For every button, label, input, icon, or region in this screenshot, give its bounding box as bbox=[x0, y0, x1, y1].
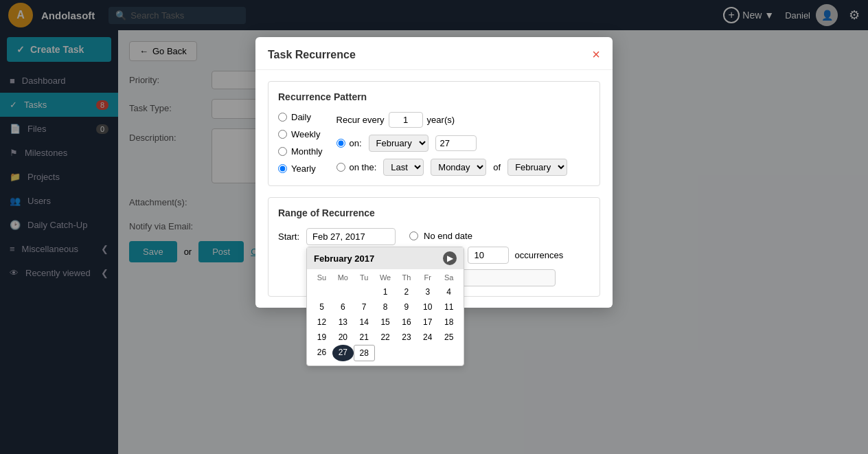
cal-day[interactable]: 2 bbox=[396, 284, 418, 299]
on-month-select[interactable]: February bbox=[369, 135, 429, 152]
cal-day-empty bbox=[417, 345, 438, 361]
cal-day[interactable]: 7 bbox=[354, 299, 375, 315]
daily-radio[interactable] bbox=[278, 113, 287, 122]
cal-day-empty bbox=[396, 345, 418, 361]
cal-day[interactable]: 8 bbox=[375, 299, 396, 315]
cal-day-empty bbox=[375, 345, 396, 361]
cal-day[interactable]: 20 bbox=[332, 330, 354, 345]
cal-day[interactable]: 4 bbox=[438, 284, 459, 299]
cal-day[interactable]: 13 bbox=[332, 315, 354, 330]
task-recurrence-modal: Task Recurrence × Recurrence Pattern Dai… bbox=[255, 37, 613, 308]
recur-every-row: Recur every year(s) bbox=[336, 112, 568, 128]
cal-day[interactable]: 24 bbox=[417, 330, 438, 345]
no-end-radio[interactable] bbox=[409, 231, 418, 240]
of-label: of bbox=[493, 162, 501, 172]
on-the-radio[interactable] bbox=[336, 163, 345, 172]
cal-day-empty bbox=[438, 345, 459, 361]
calendar-header: February 2017 ▶ bbox=[307, 247, 464, 269]
pattern-yearly: Yearly bbox=[278, 163, 323, 174]
start-col: Start: February 2017 ▶ bbox=[278, 228, 396, 252]
cal-day[interactable]: 12 bbox=[311, 315, 332, 330]
cal-day[interactable]: 18 bbox=[438, 315, 459, 330]
pattern-options: Daily Weekly Monthly Yearly bbox=[278, 112, 323, 176]
on-the-label: on the: bbox=[350, 162, 377, 172]
on-label: on: bbox=[350, 138, 362, 148]
start-date-input[interactable] bbox=[306, 228, 396, 245]
cal-day[interactable]: 3 bbox=[417, 284, 438, 299]
recur-every-label: Recur every bbox=[336, 115, 385, 125]
pattern-monthly: Monthly bbox=[278, 146, 323, 157]
on-the-weekday-select[interactable]: Monday bbox=[431, 159, 486, 176]
recurrence-pattern-section: Recurrence Pattern Daily Weekly bbox=[268, 81, 600, 186]
year-label: year(s) bbox=[427, 115, 455, 125]
cal-day[interactable]: 14 bbox=[354, 315, 375, 330]
on-the-ordinal-select[interactable]: Last bbox=[383, 159, 424, 176]
cal-day-empty bbox=[354, 284, 375, 299]
cal-day[interactable]: 16 bbox=[396, 315, 418, 330]
modal-header: Task Recurrence × bbox=[255, 37, 613, 70]
pattern-settings: Recur every year(s) on: February bbox=[336, 112, 568, 176]
modal-overlay: Task Recurrence × Recurrence Pattern Dai… bbox=[0, 0, 868, 454]
calendar-days-header: Su Mo Tu We Th Fr Sa bbox=[311, 273, 459, 282]
pattern-weekly: Weekly bbox=[278, 129, 323, 139]
calendar-days: 1 2 3 4 5 6 7 8 bbox=[311, 284, 459, 361]
cal-day[interactable]: 15 bbox=[375, 315, 396, 330]
recurrence-pattern-title: Recurrence Pattern bbox=[278, 91, 590, 102]
on-radio[interactable] bbox=[336, 139, 345, 148]
range-section: Range of Recurrence Start: February 2017 bbox=[268, 197, 600, 297]
modal-close-button[interactable]: × bbox=[592, 47, 600, 63]
cal-day[interactable]: 25 bbox=[438, 330, 459, 345]
weekly-radio[interactable] bbox=[278, 130, 287, 139]
occurrences-label: occurrences bbox=[514, 250, 563, 260]
cal-day[interactable]: 19 bbox=[311, 330, 332, 345]
cal-day-empty bbox=[332, 284, 354, 299]
cal-day[interactable]: 21 bbox=[354, 330, 375, 345]
cal-day-selected[interactable]: 27 bbox=[332, 345, 354, 361]
calendar-month-year: February 2017 bbox=[314, 253, 374, 264]
recur-every-input[interactable] bbox=[389, 112, 423, 128]
range-title: Range of Recurrence bbox=[278, 207, 590, 218]
end-date-input[interactable] bbox=[459, 269, 556, 286]
cal-day[interactable]: 11 bbox=[438, 299, 459, 315]
cal-day[interactable]: 23 bbox=[396, 330, 418, 345]
monthly-radio[interactable] bbox=[278, 147, 287, 156]
on-day-input[interactable] bbox=[435, 135, 477, 151]
pattern-daily: Daily bbox=[278, 112, 323, 122]
start-row: Start: February 2017 ▶ bbox=[278, 228, 396, 245]
on-the-row: on the: Last Monday of February bbox=[336, 159, 568, 176]
occurrences-input[interactable] bbox=[468, 247, 509, 264]
cal-day[interactable]: 9 bbox=[396, 299, 418, 315]
cal-day[interactable]: 17 bbox=[417, 315, 438, 330]
calendar-next-button[interactable]: ▶ bbox=[443, 251, 457, 265]
modal-title: Task Recurrence bbox=[268, 49, 356, 61]
modal-body: Recurrence Pattern Daily Weekly bbox=[255, 70, 613, 308]
cal-day[interactable]: 5 bbox=[311, 299, 332, 315]
cal-day[interactable]: 1 bbox=[375, 284, 396, 299]
cal-day[interactable]: 10 bbox=[417, 299, 438, 315]
date-picker-calendar: February 2017 ▶ Su Mo Tu We bbox=[306, 247, 464, 366]
cal-day[interactable]: 22 bbox=[375, 330, 396, 345]
on-the-month-select[interactable]: February bbox=[507, 159, 567, 176]
no-end-row: No end date bbox=[409, 231, 563, 241]
cal-day-empty bbox=[311, 284, 332, 299]
cal-day-today[interactable]: 28 bbox=[354, 345, 375, 361]
on-row: on: February bbox=[336, 135, 568, 152]
range-area: Start: February 2017 ▶ bbox=[278, 228, 590, 286]
yearly-radio[interactable] bbox=[278, 164, 287, 173]
cal-day[interactable]: 6 bbox=[332, 299, 354, 315]
no-end-label: No end date bbox=[424, 231, 472, 241]
calendar-grid: Su Mo Tu We Th Fr Sa bbox=[307, 269, 464, 365]
start-date-container: February 2017 ▶ Su Mo Tu We bbox=[306, 228, 396, 245]
cal-day[interactable]: 26 bbox=[311, 345, 332, 361]
start-label: Start: bbox=[278, 231, 299, 242]
